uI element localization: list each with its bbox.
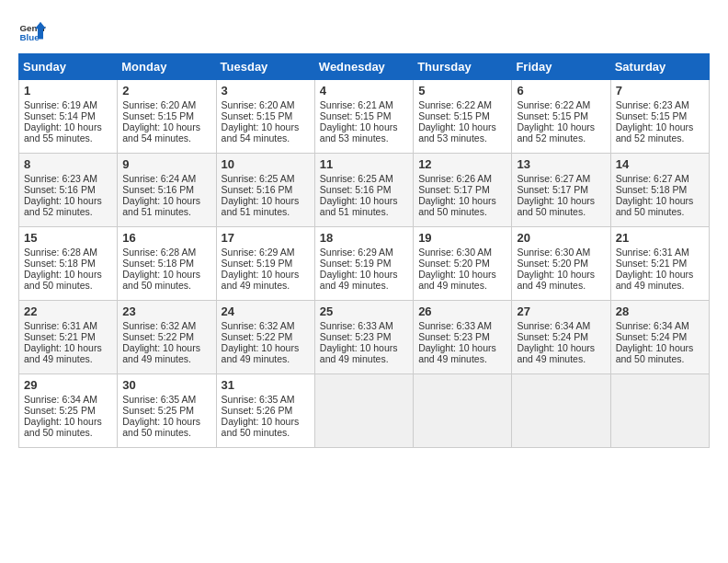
calendar-cell: 8Sunrise: 6:23 AMSunset: 5:16 PMDaylight…: [19, 154, 118, 227]
daylight-text: Daylight: 10 hours and 51 minutes.: [320, 195, 408, 217]
sunset-text: Sunset: 5:20 PM: [517, 258, 605, 269]
day-number: 16: [122, 231, 210, 245]
calendar-cell: 11Sunrise: 6:25 AMSunset: 5:16 PMDayligh…: [314, 154, 413, 227]
calendar-cell: 20Sunrise: 6:30 AMSunset: 5:20 PMDayligh…: [512, 227, 610, 301]
sunset-text: Sunset: 5:21 PM: [24, 331, 112, 342]
calendar-cell: 13Sunrise: 6:27 AMSunset: 5:17 PMDayligh…: [512, 154, 610, 227]
daylight-text: Daylight: 10 hours and 49 minutes.: [320, 342, 408, 364]
calendar-cell: 23Sunrise: 6:32 AMSunset: 5:22 PMDayligh…: [118, 301, 216, 374]
daylight-text: Daylight: 10 hours and 50 minutes.: [24, 416, 112, 438]
daylight-text: Daylight: 10 hours and 53 minutes.: [320, 121, 408, 144]
daylight-text: Daylight: 10 hours and 49 minutes.: [517, 342, 605, 364]
sunrise-text: Sunrise: 6:27 AM: [517, 173, 605, 184]
day-number: 13: [517, 157, 605, 171]
calendar-cell: 3Sunrise: 6:20 AMSunset: 5:15 PMDaylight…: [216, 80, 314, 154]
sunset-text: Sunset: 5:16 PM: [24, 184, 112, 195]
sunset-text: Sunset: 5:19 PM: [222, 258, 310, 269]
daylight-text: Daylight: 10 hours and 50 minutes.: [122, 269, 210, 291]
daylight-text: Daylight: 10 hours and 50 minutes.: [222, 416, 310, 438]
calendar-cell: 9Sunrise: 6:24 AMSunset: 5:16 PMDaylight…: [118, 154, 216, 227]
day-number: 29: [24, 378, 112, 392]
sunrise-text: Sunrise: 6:28 AM: [24, 247, 112, 258]
col-header-saturday: Saturday: [610, 54, 709, 80]
calendar-cell: [314, 374, 413, 448]
sunset-text: Sunset: 5:25 PM: [24, 405, 112, 416]
sunset-text: Sunset: 5:15 PM: [122, 110, 210, 121]
sunset-text: Sunset: 5:17 PM: [418, 184, 506, 195]
sunrise-text: Sunrise: 6:25 AM: [320, 173, 408, 184]
day-number: 6: [517, 84, 605, 98]
daylight-text: Daylight: 10 hours and 52 minutes.: [24, 195, 112, 217]
sunrise-text: Sunrise: 6:27 AM: [616, 173, 704, 184]
calendar-cell: 31Sunrise: 6:35 AMSunset: 5:26 PMDayligh…: [216, 374, 314, 448]
sunset-text: Sunset: 5:22 PM: [122, 331, 210, 342]
col-header-wednesday: Wednesday: [314, 54, 413, 80]
daylight-text: Daylight: 10 hours and 49 minutes.: [222, 269, 310, 291]
calendar-cell: 4Sunrise: 6:21 AMSunset: 5:15 PMDaylight…: [314, 80, 413, 154]
daylight-text: Daylight: 10 hours and 49 minutes.: [320, 269, 408, 291]
day-number: 27: [517, 304, 605, 318]
day-number: 12: [418, 157, 506, 171]
daylight-text: Daylight: 10 hours and 54 minutes.: [122, 121, 210, 144]
sunrise-text: Sunrise: 6:19 AM: [24, 99, 112, 110]
day-number: 19: [418, 231, 506, 245]
sunset-text: Sunset: 5:15 PM: [418, 110, 506, 121]
sunset-text: Sunset: 5:23 PM: [418, 331, 506, 342]
sunrise-text: Sunrise: 6:35 AM: [222, 394, 310, 405]
day-number: 21: [616, 231, 704, 245]
col-header-sunday: Sunday: [19, 54, 118, 80]
calendar-week-row: 29Sunrise: 6:34 AMSunset: 5:25 PMDayligh…: [19, 374, 710, 448]
calendar-cell: [610, 374, 709, 448]
sunrise-text: Sunrise: 6:32 AM: [222, 320, 310, 331]
day-number: 2: [122, 84, 210, 98]
sunrise-text: Sunrise: 6:34 AM: [517, 320, 605, 331]
sunset-text: Sunset: 5:18 PM: [122, 258, 210, 269]
daylight-text: Daylight: 10 hours and 51 minutes.: [222, 195, 310, 217]
calendar-cell: 30Sunrise: 6:35 AMSunset: 5:25 PMDayligh…: [118, 374, 216, 448]
daylight-text: Daylight: 10 hours and 49 minutes.: [418, 269, 506, 291]
header: General Blue: [18, 18, 710, 46]
sunrise-text: Sunrise: 6:31 AM: [24, 320, 112, 331]
daylight-text: Daylight: 10 hours and 49 minutes.: [122, 342, 210, 364]
sunrise-text: Sunrise: 6:32 AM: [122, 320, 210, 331]
sunset-text: Sunset: 5:24 PM: [616, 331, 704, 342]
calendar-cell: 1Sunrise: 6:19 AMSunset: 5:14 PMDaylight…: [19, 80, 118, 154]
sunrise-text: Sunrise: 6:26 AM: [418, 173, 506, 184]
daylight-text: Daylight: 10 hours and 50 minutes.: [24, 269, 112, 291]
day-number: 3: [222, 84, 310, 98]
calendar-cell: 12Sunrise: 6:26 AMSunset: 5:17 PMDayligh…: [414, 154, 512, 227]
sunset-text: Sunset: 5:16 PM: [122, 184, 210, 195]
sunrise-text: Sunrise: 6:20 AM: [122, 99, 210, 110]
calendar-cell: 15Sunrise: 6:28 AMSunset: 5:18 PMDayligh…: [19, 227, 118, 301]
calendar-header-row: SundayMondayTuesdayWednesdayThursdayFrid…: [19, 54, 710, 80]
daylight-text: Daylight: 10 hours and 54 minutes.: [222, 121, 310, 144]
day-number: 4: [320, 84, 408, 98]
calendar-cell: 2Sunrise: 6:20 AMSunset: 5:15 PMDaylight…: [118, 80, 216, 154]
calendar-week-row: 15Sunrise: 6:28 AMSunset: 5:18 PMDayligh…: [19, 227, 710, 301]
sunrise-text: Sunrise: 6:33 AM: [320, 320, 408, 331]
calendar-week-row: 8Sunrise: 6:23 AMSunset: 5:16 PMDaylight…: [19, 154, 710, 227]
calendar-cell: 10Sunrise: 6:25 AMSunset: 5:16 PMDayligh…: [216, 154, 314, 227]
daylight-text: Daylight: 10 hours and 50 minutes.: [418, 195, 506, 217]
day-number: 24: [222, 304, 310, 318]
daylight-text: Daylight: 10 hours and 52 minutes.: [616, 121, 704, 144]
calendar-week-row: 22Sunrise: 6:31 AMSunset: 5:21 PMDayligh…: [19, 301, 710, 374]
sunset-text: Sunset: 5:25 PM: [122, 405, 210, 416]
day-number: 1: [24, 84, 112, 98]
calendar-cell: 28Sunrise: 6:34 AMSunset: 5:24 PMDayligh…: [610, 301, 709, 374]
daylight-text: Daylight: 10 hours and 49 minutes.: [418, 342, 506, 364]
sunset-text: Sunset: 5:14 PM: [24, 110, 112, 121]
calendar-cell: 22Sunrise: 6:31 AMSunset: 5:21 PMDayligh…: [19, 301, 118, 374]
sunrise-text: Sunrise: 6:22 AM: [418, 99, 506, 110]
sunset-text: Sunset: 5:21 PM: [616, 258, 704, 269]
calendar-table: SundayMondayTuesdayWednesdayThursdayFrid…: [18, 53, 710, 448]
sunset-text: Sunset: 5:19 PM: [320, 258, 408, 269]
day-number: 31: [222, 378, 310, 392]
sunset-text: Sunset: 5:22 PM: [222, 331, 310, 342]
calendar-cell: 24Sunrise: 6:32 AMSunset: 5:22 PMDayligh…: [216, 301, 314, 374]
sunrise-text: Sunrise: 6:29 AM: [222, 247, 310, 258]
sunrise-text: Sunrise: 6:34 AM: [616, 320, 704, 331]
col-header-tuesday: Tuesday: [216, 54, 314, 80]
calendar-cell: [414, 374, 512, 448]
daylight-text: Daylight: 10 hours and 49 minutes.: [24, 342, 112, 364]
